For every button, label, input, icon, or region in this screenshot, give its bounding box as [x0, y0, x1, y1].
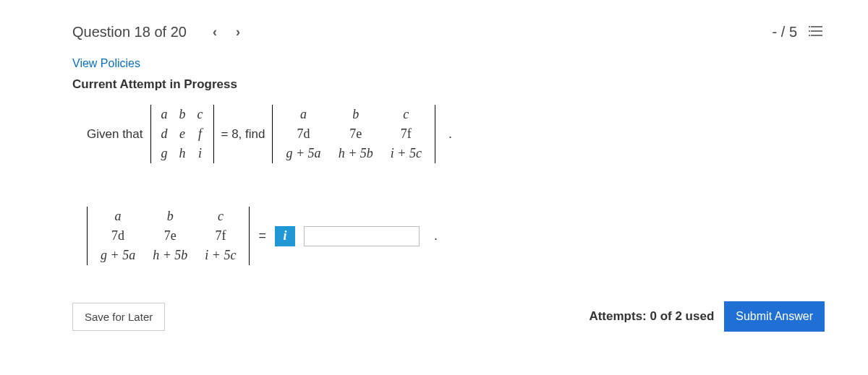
determinant-answer: a b c 7d 7e 7f g + 5a h + 5b i + 5c [87, 207, 250, 265]
header-right: - / 5 [773, 23, 825, 42]
answer-row: a b c 7d 7e 7f g + 5a h + 5b i + 5c = i … [72, 207, 825, 265]
det2-r2c2: 7e [330, 124, 382, 144]
problem-statement: Given that a b c d e f g h i [72, 105, 825, 163]
det2-r1c3: c [382, 105, 430, 124]
deta-r1c1: a [92, 207, 144, 226]
deta-r3c2: h + 5b [144, 246, 196, 265]
deta-r3c3: i + 5c [196, 246, 244, 265]
det1-r2c1: d [156, 124, 174, 144]
equals-sign: = [258, 228, 266, 243]
det1-r1c1: a [156, 105, 174, 124]
attempt-heading: Current Attempt in Progress [72, 77, 825, 92]
svg-point-5 [809, 35, 810, 36]
submit-answer-button[interactable]: Submit Answer [724, 301, 825, 332]
det2-r2c3: 7f [382, 124, 430, 144]
header: Question 18 of 20 ‹ › - / 5 [72, 22, 825, 43]
given-prefix: Given that [87, 127, 143, 142]
determinant-target: a b c 7d 7e 7f g + 5a h + 5b i + 5c [272, 105, 435, 163]
det2-r3c1: g + 5a [277, 144, 329, 163]
det2-r2c1: 7d [277, 124, 329, 144]
deta-r1c2: b [144, 207, 196, 226]
det2-r1c1: a [277, 105, 329, 124]
info-icon[interactable]: i [275, 226, 295, 246]
deta-r1c3: c [196, 207, 244, 226]
det1-r1c3: c [192, 105, 209, 124]
score-display: - / 5 [773, 24, 797, 40]
attempts-text: Attempts: 0 of 2 used [589, 309, 714, 324]
footer-right: Attempts: 0 of 2 used Submit Answer [589, 301, 825, 332]
svg-point-3 [809, 26, 810, 27]
sentence-period: . [448, 126, 452, 142]
deta-r2c2: 7e [144, 226, 196, 246]
next-question-button[interactable]: › [231, 22, 244, 43]
question-title: Question 18 of 20 [72, 24, 187, 40]
nav-group: ‹ › [208, 22, 244, 43]
det1-r1c2: b [174, 105, 192, 124]
answer-input[interactable] [304, 226, 420, 246]
det1-r2c3: f [192, 124, 209, 144]
det1-r3c1: g [156, 144, 174, 163]
det2-r3c3: i + 5c [382, 144, 430, 163]
deta-r2c1: 7d [92, 226, 144, 246]
determinant-given: a b c d e f g h i [150, 105, 214, 163]
det1-r3c2: h [174, 144, 192, 163]
question-container: Question 18 of 20 ‹ › - / 5 View Policie… [0, 0, 868, 375]
deta-r3c1: g + 5a [92, 246, 144, 265]
equals-eight: = 8, find [221, 127, 265, 142]
save-for-later-button[interactable]: Save for Later [72, 303, 165, 331]
view-policies-link[interactable]: View Policies [72, 57, 140, 70]
answer-period: . [434, 228, 438, 243]
det2-r3c2: h + 5b [330, 144, 382, 163]
footer: Save for Later Attempts: 0 of 2 used Sub… [72, 301, 825, 332]
menu-icon[interactable] [809, 23, 825, 42]
header-left: Question 18 of 20 ‹ › [72, 22, 244, 43]
det1-r3c3: i [192, 144, 209, 163]
svg-point-4 [809, 30, 810, 32]
det1-r2c2: e [174, 124, 192, 144]
deta-r2c3: 7f [196, 226, 244, 246]
prev-question-button[interactable]: ‹ [208, 22, 221, 43]
det2-r1c2: b [330, 105, 382, 124]
